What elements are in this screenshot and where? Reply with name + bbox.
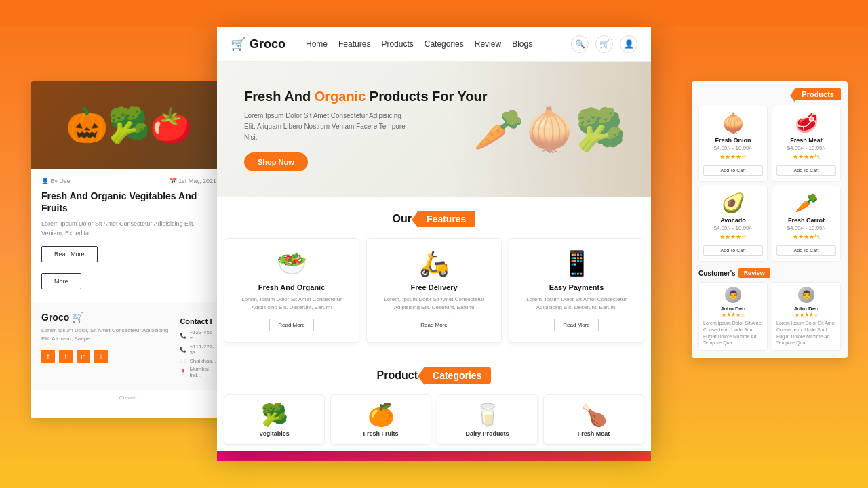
product-name-2: Avocado — [703, 217, 763, 224]
feature-icon-2: 📱 — [517, 249, 635, 278]
search-icon[interactable]: 🔍 — [571, 35, 589, 53]
review-card-0: 👨 John Deo ★★★★☆ Lorem Ipsum Dolor Sit A… — [698, 282, 768, 351]
left-card-meta: 👤 By User 📅 1st May, 2021 — [41, 178, 216, 184]
cat-label-2: Dairy Products — [441, 430, 533, 437]
brand-icon: 🛒 — [231, 37, 245, 52]
product-stars-3: ★★★★½ — [776, 233, 836, 240]
cat-icon-1: 🍊 — [335, 402, 427, 428]
product-img-0: 🧅 — [703, 112, 763, 134]
feature-desc-2: Lorem, Ipsum Dolor Sit Amet Consectetur … — [517, 296, 635, 312]
product-name-0: Fresh Onion — [703, 137, 763, 144]
feature-desc-1: Lorem, Ipsum Dolor Sit Amet Consectetur … — [375, 296, 493, 312]
left-card-image: 🎃🥦🍅 — [31, 81, 227, 169]
cat-icon-0: 🥦 — [229, 402, 320, 428]
feature-desc-0: Lorem, Ipsum Dolor Sit Amet Consectetur … — [233, 296, 351, 312]
created-text: Created — [31, 390, 227, 405]
contact-phone1: 📞 +123-456-7... — [180, 329, 216, 342]
feature-icon-0: 🥗 — [233, 249, 351, 278]
user-icon[interactable]: 👤 — [620, 35, 637, 53]
customer-label: Customer's — [698, 270, 736, 277]
add-cart-btn-1[interactable]: Add To Cart — [776, 165, 836, 176]
products-badge: Products — [795, 88, 841, 100]
feature-title-1: Free Delivery — [375, 283, 493, 291]
product-img-3: 🥕 — [776, 192, 836, 214]
bg-top — [0, 0, 868, 27]
add-cart-btn-3[interactable]: Add To Cart — [776, 245, 836, 256]
review-text-1: Lorem Ipsum Dolor Sit Amet Consectetur. … — [776, 320, 836, 346]
nav-features[interactable]: Features — [338, 39, 370, 49]
more-btn-area: More — [31, 270, 227, 295]
reviewer-stars-0: ★★★★☆ — [703, 312, 763, 318]
feature-btn-0[interactable]: Read More — [269, 319, 314, 331]
reviewer-avatar-0: 👨 — [725, 287, 741, 303]
bg-bottom — [0, 461, 868, 488]
product-grid: 🧅 Fresh Onion $4.99/- - 10.99/- ★★★★☆ Ad… — [698, 106, 841, 262]
contact-title: Contact I — [180, 317, 216, 325]
contact-address: 📍 Mumbai, Ind... — [180, 366, 216, 378]
feature-title-2: Easy Payments — [517, 283, 635, 291]
left-footer: Groco 🛒 Lorem Ipsum Dolor, Sit Amet Cons… — [31, 302, 227, 390]
product-img-1: 🥩 — [776, 112, 836, 134]
contact-email: ✉️ Shaikhas... — [180, 358, 216, 364]
card-title: Fresh And Organic Vegitables And Fruits — [41, 190, 216, 214]
read-more-button[interactable]: Read More — [41, 246, 98, 262]
add-cart-btn-0[interactable]: Add To Cart — [703, 165, 763, 176]
facebook-icon[interactable]: f — [41, 350, 55, 363]
product-card-2: 🥑 Avocado $4.99/- - 10.99/- ★★★★☆ Add To… — [698, 186, 768, 262]
cat-card-0[interactable]: 🥦 Vegitables — [224, 394, 325, 445]
nav-review[interactable]: Review — [475, 39, 501, 49]
contact-phone2: 📞 +111-222-33... — [180, 344, 216, 356]
reviewer-avatar-1: 👨 — [798, 287, 814, 303]
reviewer-name-1: John Deo — [776, 306, 836, 312]
product-card-0: 🧅 Fresh Onion $4.99/- - 10.99/- ★★★★☆ Ad… — [698, 106, 768, 182]
product-name-1: Fresh Meat — [776, 137, 836, 144]
nav-home[interactable]: Home — [306, 39, 328, 49]
feature-btn-2[interactable]: Read More — [554, 319, 599, 331]
main-browser: 🛒 Groco Home Features Products Categorie… — [217, 27, 651, 451]
navbar-brand: 🛒 Groco — [231, 37, 285, 52]
product-price-3: $4.99/- - 10.99/- — [776, 225, 836, 231]
cat-card-2[interactable]: 🥛 Dairy Products — [437, 394, 538, 445]
feature-card-2: 📱 Easy Payments Lorem, Ipsum Dolor Sit A… — [509, 238, 644, 343]
left-card-body: 👤 By User 📅 1st May, 2021 Fresh And Orga… — [31, 169, 227, 270]
nav-products[interactable]: Products — [381, 39, 413, 49]
nav-categories[interactable]: Categories — [425, 39, 464, 49]
cat-card-1[interactable]: 🍊 Fresh Fruits — [330, 394, 431, 445]
navbar: 🛒 Groco Home Features Products Categorie… — [217, 27, 651, 62]
instagram-icon[interactable]: in — [77, 350, 90, 363]
linkedin-icon[interactable]: li — [94, 350, 108, 363]
features-grid: 🥗 Fresh And Organic Lorem, Ipsum Dolor S… — [217, 238, 651, 354]
date-label: 📅 1st May, 2021 — [170, 178, 216, 184]
cat-icon-3: 🍗 — [548, 402, 639, 428]
feature-icon-1: 🛵 — [375, 249, 493, 278]
contact-section: Contact I 📞 +123-456-7... 📞 +111-222-33.… — [180, 317, 216, 380]
twitter-icon[interactable]: t — [59, 350, 73, 363]
footer-brand: Groco 🛒 — [41, 312, 173, 323]
product-price-2: $4.99/- - 10.99/- — [703, 225, 763, 231]
product-name-3: Fresh Carrot — [776, 217, 836, 224]
product-price-0: $4.99/- - 10.99/- — [703, 145, 763, 151]
right-panel: Products 🧅 Fresh Onion $4.99/- - 10.99/-… — [692, 81, 848, 358]
product-card-1: 🥩 Fresh Meat $4.99/- - 10.99/- ★★★★½ Add… — [772, 106, 841, 182]
cat-label-1: Fresh Fruits — [335, 430, 427, 437]
cat-label-3: Fresh Meat — [548, 430, 639, 437]
feature-card-1: 🛵 Free Delivery Lorem, Ipsum Dolor Sit A… — [366, 238, 502, 343]
categories-grid: 🥦 Vegitables 🍊 Fresh Fruits 🥛 Dairy Prod… — [217, 394, 651, 451]
shop-now-button[interactable]: Shop Now — [244, 152, 308, 171]
product-img-2: 🥑 — [703, 192, 763, 214]
more-button[interactable]: More — [41, 273, 81, 289]
nav-blogs[interactable]: Blogs — [512, 39, 532, 49]
product-price-1: $4.99/- - 10.99/- — [776, 145, 836, 151]
categories-section-title: Product Categories — [217, 354, 651, 394]
features-section-title: Our Features — [217, 197, 651, 238]
cat-card-3[interactable]: 🍗 Fresh Meat — [543, 394, 644, 445]
feature-title-0: Fresh And Organic — [233, 283, 351, 291]
cart-icon[interactable]: 🛒 — [595, 35, 613, 53]
hero-content: Fresh And Organic Products For Your Lore… — [244, 87, 624, 171]
hero-title: Fresh And Organic Products For Your — [244, 87, 624, 105]
add-cart-btn-2[interactable]: Add To Cart — [703, 245, 763, 256]
footer-desc: Lorem Ipsum Dolor, Sit Amet Consectetur … — [41, 327, 173, 343]
review-section-title-area: Customer's Review — [698, 268, 841, 278]
feature-btn-1[interactable]: Read More — [412, 319, 456, 331]
product-stars-0: ★★★★☆ — [703, 153, 763, 160]
